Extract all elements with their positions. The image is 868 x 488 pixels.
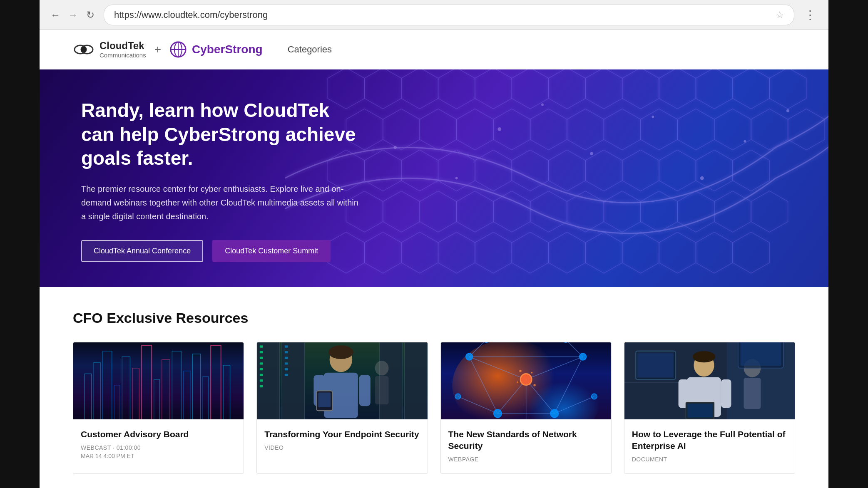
svg-marker-58	[364, 232, 401, 273]
svg-point-73	[700, 176, 704, 180]
svg-point-71	[590, 152, 593, 155]
card-enterprise-ai[interactable]: How to Leverage the Full Potential of En…	[624, 342, 795, 474]
content-section: CFO Exclusive Resources	[40, 287, 828, 488]
svg-marker-21	[383, 109, 419, 150]
svg-rect-81	[114, 385, 120, 419]
svg-marker-11	[475, 69, 511, 109]
svg-marker-13	[548, 69, 585, 109]
refresh-button[interactable]: ↻	[83, 7, 98, 22]
cloudtek-subtitle: Communications	[99, 52, 146, 59]
card-customer-advisory[interactable]: Customer Advisory Board WEBCAST · 01:00:…	[73, 342, 244, 474]
forward-button[interactable]: →	[65, 7, 80, 22]
svg-marker-38	[512, 150, 548, 191]
svg-rect-83	[132, 368, 139, 419]
card-body-endpoint: Transforming Your Endpoint Security VIDE…	[257, 419, 427, 462]
svg-marker-46	[383, 191, 419, 232]
svg-rect-168	[740, 342, 781, 366]
browser-menu-button[interactable]: ⋮	[800, 8, 820, 22]
hero-description: The premier resource center for cyber en…	[81, 182, 364, 223]
cyberstrong-logo[interactable]: CyberStrong	[169, 41, 263, 58]
hero-title: Randy, learn how CloudTek can help Cyber…	[81, 99, 364, 171]
card-image-endpoint	[257, 342, 427, 419]
svg-marker-9	[401, 69, 438, 109]
svg-rect-87	[172, 351, 181, 419]
svg-marker-22	[420, 109, 456, 150]
svg-rect-104	[260, 368, 263, 370]
svg-rect-113	[285, 374, 288, 376]
svg-marker-42	[659, 150, 696, 191]
svg-marker-26	[567, 109, 603, 150]
svg-marker-43	[696, 150, 732, 191]
svg-rect-89	[192, 354, 200, 419]
cloudtek-logo[interactable]: CloudTek Communications	[73, 40, 146, 59]
svg-rect-92	[223, 365, 230, 419]
svg-rect-101	[260, 351, 263, 353]
svg-marker-61	[475, 232, 511, 273]
browser-chrome: ← → ↻ https://www.cloudtek.com/cyberstro…	[40, 0, 828, 30]
svg-marker-67	[696, 232, 732, 273]
svg-point-139	[520, 374, 531, 385]
svg-rect-109	[285, 351, 288, 353]
svg-marker-68	[732, 232, 769, 273]
svg-rect-165	[744, 377, 761, 409]
customer-summit-button[interactable]: CloudTek Customer Summit	[212, 240, 331, 262]
annual-conference-button[interactable]: CloudTek Annual Conference	[81, 240, 203, 262]
svg-point-74	[744, 140, 746, 143]
svg-rect-166	[637, 352, 674, 378]
svg-point-77	[393, 146, 396, 149]
svg-point-115	[328, 345, 353, 359]
svg-point-151	[517, 381, 518, 383]
refresh-icon: ↻	[86, 9, 95, 21]
card-title-advisory: Customer Advisory Board	[81, 429, 236, 440]
svg-point-150	[531, 372, 532, 373]
svg-rect-100	[260, 345, 263, 347]
globe-icon	[169, 41, 187, 58]
svg-point-69	[497, 127, 501, 131]
back-button[interactable]: ←	[48, 7, 63, 22]
card-endpoint-security[interactable]: Transforming Your Endpoint Security VIDE…	[256, 342, 428, 474]
svg-point-142	[493, 409, 501, 417]
svg-marker-23	[456, 109, 493, 150]
svg-point-141	[579, 353, 586, 360]
svg-point-2	[82, 47, 86, 52]
svg-marker-40	[585, 150, 622, 191]
svg-point-158	[692, 351, 715, 362]
section-title: CFO Exclusive Resources	[73, 310, 795, 326]
svg-marker-16	[659, 69, 696, 109]
address-bar[interactable]: https://www.cloudtek.com/cyberstrong ☆	[104, 5, 794, 25]
card-body-advisory: Customer Advisory Board WEBCAST · 01:00:…	[73, 419, 244, 470]
svg-rect-110	[285, 357, 288, 359]
svg-rect-86	[162, 359, 170, 419]
plus-divider: +	[154, 43, 161, 56]
svg-marker-28	[640, 109, 677, 150]
svg-rect-88	[184, 371, 190, 419]
svg-marker-53	[640, 191, 677, 232]
svg-rect-84	[142, 345, 152, 419]
svg-point-121	[375, 361, 389, 375]
nav-categories[interactable]: Categories	[288, 44, 332, 54]
svg-point-72	[652, 116, 654, 118]
bookmark-icon[interactable]: ☆	[776, 10, 784, 20]
svg-rect-112	[285, 368, 288, 370]
svg-marker-66	[659, 232, 696, 273]
svg-marker-36	[438, 150, 475, 191]
svg-marker-52	[604, 191, 640, 232]
svg-marker-39	[548, 150, 585, 191]
svg-point-143	[550, 409, 558, 417]
card-meta-network: WEBPAGE	[448, 456, 604, 463]
svg-point-144	[455, 394, 461, 399]
card-network-security[interactable]: The New Standards of Network Security WE…	[440, 342, 612, 474]
svg-rect-106	[260, 379, 263, 381]
svg-marker-65	[622, 232, 659, 273]
card-title-ai: How to Leverage the Full Potential of En…	[632, 429, 787, 452]
svg-rect-111	[285, 362, 288, 364]
card-body-ai: How to Leverage the Full Potential of En…	[624, 419, 795, 474]
svg-marker-59	[401, 232, 438, 273]
svg-point-152	[533, 384, 535, 386]
svg-rect-107	[260, 385, 263, 387]
svg-marker-34	[364, 150, 401, 191]
card-title-network: The New Standards of Network Security	[448, 429, 604, 452]
svg-marker-27	[604, 109, 640, 150]
svg-rect-108	[285, 345, 288, 347]
svg-marker-41	[622, 150, 659, 191]
